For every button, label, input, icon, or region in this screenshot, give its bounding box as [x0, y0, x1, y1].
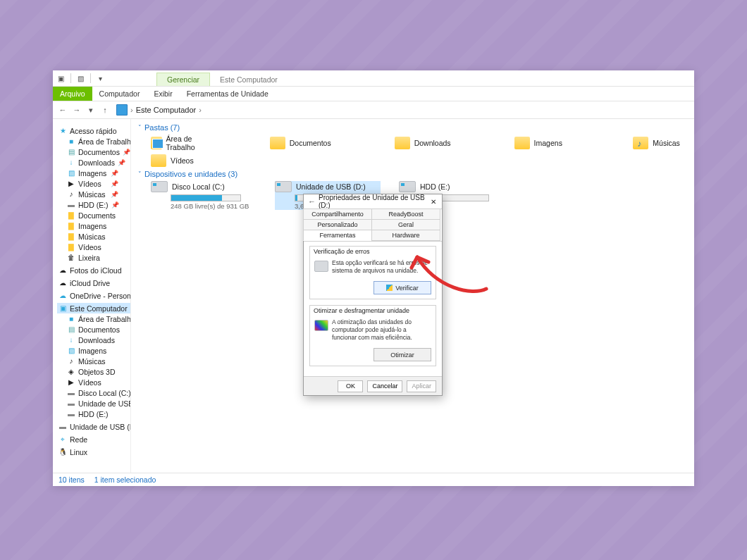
sidebar-usb[interactable]: ▬Unidade de USB (D:) — [57, 421, 130, 432]
desktop-icon: ■ — [67, 315, 75, 323]
tab-hardware[interactable]: Hardware — [371, 230, 440, 241]
pin-icon: 📌 — [118, 159, 131, 166]
sidebar-item-documents[interactable]: ▤Documentos📌 — [66, 147, 130, 157]
sidebar-label: Rede — [70, 435, 87, 444]
back-icon[interactable]: ← — [308, 197, 316, 206]
forward-button[interactable]: → — [71, 104, 82, 116]
sidebar-item-images[interactable]: ▧Imagens — [66, 345, 130, 356]
sidebar-item-drive-c[interactable]: ▬Disco Local (C:) — [66, 387, 130, 398]
qat-dropdown-icon[interactable]: ▾ — [95, 73, 106, 84]
sidebar-item-music[interactable]: ♪Músicas — [66, 356, 130, 366]
sidebar-item-hdd-e[interactable]: ▬HDD (E:) — [66, 409, 130, 419]
breadcrumb-root[interactable]: Este Computador — [136, 106, 197, 114]
sidebar-label: Downloads — [78, 336, 115, 344]
dialog-titlebar: ← Propriedades de Unidade de USB (D:) ✕ — [304, 194, 442, 209]
sidebar-item-videos[interactable]: ▶Vídeos📌 — [66, 178, 130, 189]
view-tab[interactable]: Exibir — [147, 87, 179, 101]
sidebar-label: Linux — [70, 448, 87, 456]
sidebar-icloud-photos[interactable]: ☁Fotos do iCloud — [57, 265, 130, 275]
folder-icon: ▇ — [67, 222, 75, 230]
sidebar-label: Acesso rápido — [70, 127, 117, 135]
status-selected-count: 1 item selecionado — [94, 475, 156, 484]
verify-button[interactable]: Verificar — [374, 281, 431, 294]
sidebar-item-downloads[interactable]: ↓Downloads📌 — [66, 157, 130, 168]
manage-tab[interactable]: Gerenciar — [156, 73, 210, 86]
sidebar-item-music[interactable]: ♪Músicas📌 — [66, 189, 130, 199]
cancel-button[interactable]: Cancelar — [367, 380, 402, 392]
ok-button[interactable]: OK — [338, 380, 363, 392]
recent-dropdown[interactable]: ▾ — [85, 104, 97, 116]
sidebar-item-documents[interactable]: ▇Documents — [66, 210, 130, 220]
sidebar-label: iCloud Drive — [70, 279, 110, 287]
breadcrumb[interactable]: › Este Computador › — [113, 104, 690, 116]
document-icon: ▤ — [67, 325, 75, 334]
sidebar-item-downloads[interactable]: ↓Downloads — [66, 335, 130, 345]
sidebar-this-pc[interactable]: ▣Este Computador — [57, 303, 130, 313]
sidebar-label: Fotos do iCloud — [70, 266, 122, 275]
folder-icon — [633, 137, 648, 149]
sidebar-onedrive[interactable]: ☁OneDrive - Personal — [57, 290, 130, 301]
close-button[interactable]: ✕ — [427, 197, 440, 206]
sidebar-linux[interactable]: 🐧Linux — [57, 447, 130, 457]
folder-label: Documentos — [290, 139, 331, 147]
folder-icon — [151, 154, 166, 167]
folders-group-header[interactable]: ˅Pastas (7) — [138, 123, 689, 132]
optimize-group: Otimizar e desfragmentar unidade A otimi… — [309, 305, 436, 366]
sidebar-item-videos[interactable]: ▶Vídeos — [66, 377, 130, 387]
sidebar-item-videos[interactable]: ▇Vídeos — [66, 242, 130, 252]
up-button[interactable]: ↑ — [99, 104, 111, 116]
folder-images[interactable]: Imagens — [514, 135, 570, 151]
sidebar-item-images[interactable]: ▇Imagens — [66, 220, 130, 231]
folders-row: Vídeos — [137, 154, 689, 167]
image-icon: ▧ — [67, 347, 75, 355]
tab-general[interactable]: Geral — [371, 219, 440, 230]
sidebar-network[interactable]: ⌖Rede — [57, 434, 130, 444]
document-icon: ▤ — [67, 148, 75, 156]
tab-custom[interactable]: Personalizado — [303, 219, 372, 230]
tab-share[interactable]: Compartilhamento — [303, 209, 372, 220]
computer-tab[interactable]: Computador — [92, 87, 147, 101]
sidebar-item-3d[interactable]: ◈Objetos 3D — [66, 366, 130, 377]
sidebar-label: Downloads — [78, 158, 115, 167]
separator — [70, 73, 71, 83]
image-icon: ▧ — [67, 169, 75, 178]
navigation-pane: ★Acesso rápido ■Área de Trabalho📌 ▤Docum… — [53, 119, 131, 473]
folder-music[interactable]: Músicas — [633, 135, 689, 151]
file-tab[interactable]: Arquivo — [53, 87, 92, 101]
music-icon: ♪ — [67, 357, 75, 366]
folder-documents[interactable]: Documentos — [270, 135, 331, 151]
back-button[interactable]: ← — [57, 104, 68, 116]
sidebar-label: Imagens — [78, 347, 106, 355]
tab-tools[interactable]: Ferramentas — [303, 230, 372, 241]
address-bar: ← → ▾ ↑ › Este Computador › — [53, 101, 694, 119]
drive-tools-tab[interactable]: Ferramentas de Unidade — [180, 87, 276, 101]
sidebar-item-images[interactable]: ▧Imagens📌 — [66, 168, 130, 178]
pin-icon: 📌 — [111, 180, 129, 187]
ribbon: Arquivo Computador Exibir Ferramentas de… — [53, 87, 694, 101]
sidebar-item-usb-d[interactable]: ▬Unidade de USB (D: — [66, 398, 130, 409]
folder-label: Downloads — [414, 139, 451, 147]
drive-c[interactable]: Disco Local (C:) 248 GB livre(s) de 931 … — [151, 181, 257, 210]
sidebar-quick-access[interactable]: ★Acesso rápido — [57, 125, 130, 136]
folder-downloads[interactable]: Downloads — [395, 135, 451, 151]
drives-group-header[interactable]: ˅Dispositivos e unidades (3) — [138, 170, 689, 178]
optimize-button[interactable]: Otimizar — [374, 348, 431, 361]
sidebar-item-documents[interactable]: ▤Documentos — [66, 324, 130, 335]
properties-dialog: ← Propriedades de Unidade de USB (D:) ✕ … — [303, 194, 443, 396]
sidebar-icloud-drive[interactable]: ☁iCloud Drive — [57, 278, 130, 288]
properties-icon[interactable]: ▧ — [75, 73, 86, 84]
sidebar-item-music[interactable]: ▇Músicas — [66, 231, 130, 242]
sidebar-item-recycle[interactable]: 🗑Lixeira — [66, 252, 130, 263]
sidebar-label: HDD (E:) — [78, 410, 109, 418]
folder-videos[interactable]: Vídeos — [151, 154, 242, 167]
sidebar-item-hdd-e[interactable]: ▬HDD (E:)📌 — [66, 199, 130, 210]
folder-desktop[interactable]: Área de Trabalho — [151, 135, 206, 151]
sidebar-item-desktop[interactable]: ■Área de Trabalho📌 — [66, 136, 130, 147]
folder-icon: ▇ — [67, 211, 75, 220]
apply-button[interactable]: Aplicar — [407, 380, 436, 392]
dialog-title: Propriedades de Unidade de USB (D:) — [319, 194, 427, 209]
tab-readyboost[interactable]: ReadyBoost — [371, 209, 440, 220]
sidebar-label: Imagens — [78, 169, 106, 178]
sidebar-item-desktop[interactable]: ■Área de Trabalho — [66, 313, 130, 324]
drive-free-label: 248 GB livre(s) de 931 GB — [171, 202, 257, 210]
